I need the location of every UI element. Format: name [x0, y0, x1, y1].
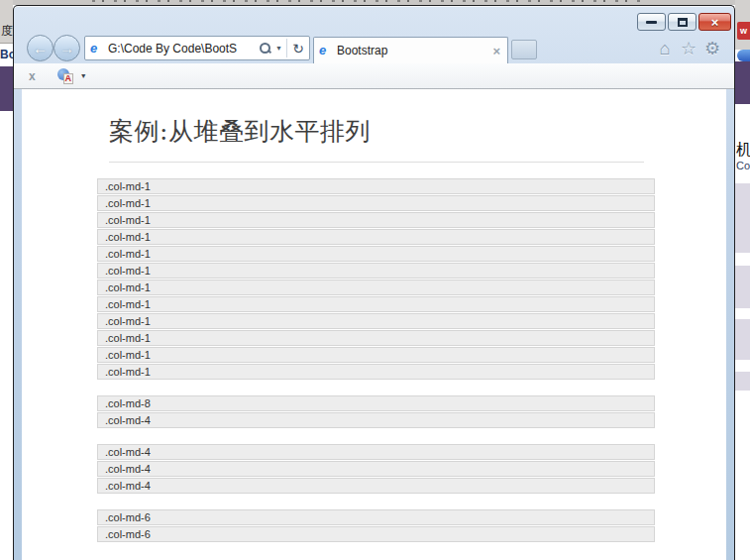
adobe-dropdown-caret-icon[interactable]: ▼ [80, 72, 87, 79]
favorites-star-icon[interactable]: ☆ [677, 37, 700, 60]
background-right-list-block [735, 183, 750, 253]
search-icon[interactable] [259, 42, 271, 55]
background-right-purple-banner [735, 61, 750, 104]
grid-column: .col-md-4 [97, 412, 655, 428]
grid-column: .col-md-1 [97, 280, 655, 295]
tab-close-icon[interactable]: × [492, 44, 500, 58]
background-left-text-2: Bo [0, 48, 13, 61]
page-favicon-icon: e [90, 42, 104, 56]
grid-column: .col-md-1 [97, 330, 655, 346]
background-window-left: 度 Bo [0, 0, 13, 560]
grid-column: .col-md-6 [97, 509, 655, 525]
background-right-browser-icon [737, 50, 750, 61]
bootstrap-grid-demo: .col-md-1 .col-md-1 .col-md-1 .col-md-1 … [97, 178, 655, 542]
forward-arrow-icon: → [59, 40, 74, 56]
address-url[interactable]: G:\Code By Code\BootS [108, 42, 259, 56]
window-caption-buttons: × [637, 13, 733, 31]
tab-favicon-icon: e [319, 44, 333, 57]
background-right-text-2: Co [736, 160, 750, 171]
grid-section-col-md-8-4: .col-md-8 .col-md-4 [97, 395, 655, 428]
background-right-list-block [735, 266, 750, 308]
settings-gear-icon[interactable]: ⚙ [700, 37, 724, 60]
restore-button[interactable] [668, 13, 696, 31]
grid-column: .col-md-1 [97, 296, 655, 312]
grid-column: .col-md-1 [97, 263, 655, 279]
browser-window: × ← → e G:\Code By Code\BootS ▼ ↻ e Boot… [13, 5, 735, 560]
background-left-text: 度 [1, 23, 13, 40]
address-bar-icons: ▼ ↻ [259, 37, 309, 59]
close-icon: × [711, 16, 719, 29]
navigation-bar: ← → e G:\Code By Code\BootS ▼ ↻ e Bootst… [14, 33, 734, 63]
adobe-pdf-icon[interactable]: A [57, 68, 73, 84]
tab-bootstrap[interactable]: e Bootstrap × [313, 37, 508, 63]
background-right-list-block [735, 372, 750, 391]
address-bar[interactable]: e G:\Code By Code\BootS ▼ ↻ [84, 36, 310, 60]
grid-column: .col-md-4 [97, 478, 655, 494]
grid-column: .col-md-1 [97, 364, 655, 380]
background-right-text: 机 [736, 140, 750, 161]
minimize-button[interactable] [637, 13, 666, 31]
restore-icon [678, 18, 688, 27]
grid-section-col-md-1: .col-md-1 .col-md-1 .col-md-1 .col-md-1 … [97, 178, 655, 380]
close-button[interactable]: × [698, 13, 731, 31]
addon-toolbar: x A ▼ [14, 63, 734, 89]
grid-column: .col-md-8 [97, 395, 655, 411]
background-tab-text-marks [92, 0, 647, 2]
grid-column: .col-md-1 [97, 229, 655, 245]
tab-title: Bootstrap [337, 44, 387, 57]
acrobat-icon: A [63, 73, 73, 84]
grid-column: .col-md-1 [97, 195, 655, 211]
grid-section-col-md-6: .col-md-6 .col-md-6 [97, 509, 655, 542]
grid-column: .col-md-4 [97, 444, 655, 460]
new-tab-button[interactable] [511, 40, 537, 59]
back-button[interactable]: ← [27, 35, 54, 61]
refresh-icon[interactable]: ↻ [287, 41, 309, 56]
grid-column: .col-md-1 [97, 347, 655, 363]
title-divider [109, 162, 644, 163]
home-icon[interactable]: ⌂ [653, 37, 677, 60]
grid-column: .col-md-1 [97, 178, 655, 194]
back-arrow-icon: ← [33, 40, 48, 56]
grid-column: .col-md-4 [97, 461, 655, 477]
grid-section-col-md-4: .col-md-4 .col-md-4 .col-md-4 [97, 444, 655, 494]
minimize-icon [646, 21, 657, 24]
background-left-purple-banner [0, 66, 13, 111]
background-right-red-badge: w [737, 22, 750, 40]
grid-column: .col-md-1 [97, 313, 655, 329]
addon-toolbar-close-button[interactable]: x [29, 69, 36, 83]
grid-column: .col-md-6 [97, 526, 655, 542]
background-window-right: w 机 Co [735, 0, 750, 560]
page-content: 案例:从堆叠到水平排列 .col-md-1 .col-md-1 .col-md-… [22, 89, 726, 560]
browser-action-icons: ⌂ ☆ ⚙ [653, 37, 724, 60]
page-title: 案例:从堆叠到水平排列 [109, 115, 726, 148]
background-right-list-block [735, 319, 750, 360]
grid-column: .col-md-1 [97, 212, 655, 228]
grid-column: .col-md-1 [97, 246, 655, 262]
forward-button[interactable]: → [54, 35, 80, 61]
chevron-down-icon[interactable]: ▼ [275, 45, 282, 52]
